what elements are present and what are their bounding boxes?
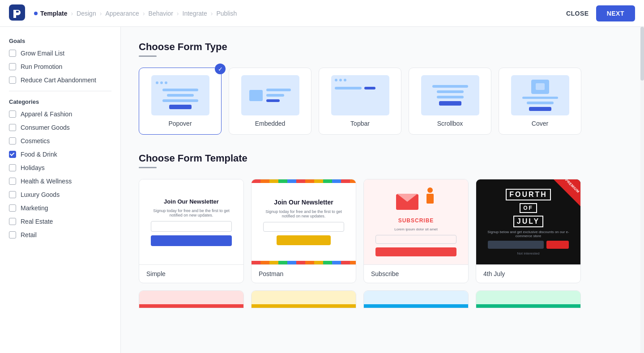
step-publish[interactable]: Publish bbox=[216, 10, 237, 17]
food-drink-checkbox[interactable] bbox=[9, 151, 16, 158]
close-button[interactable]: CLOSE bbox=[566, 10, 589, 17]
sidebar: Goals Grow Email List Run Promotion Redu… bbox=[0, 27, 121, 353]
july-input-row bbox=[488, 241, 569, 249]
luxury-goods-label: Luxury Goods bbox=[21, 191, 60, 198]
subscribe-label: Subscribe bbox=[364, 264, 468, 283]
partial-preview-1 bbox=[139, 291, 243, 304]
form-type-topbar[interactable]: Topbar bbox=[319, 68, 401, 135]
sidebar-item-grow-email[interactable]: Grow Email List bbox=[9, 50, 111, 57]
sidebar-item-cosmetics[interactable]: Cosmetics bbox=[9, 137, 111, 145]
sidebar-item-consumer-goods[interactable]: Consumer Goods bbox=[9, 124, 111, 131]
sidebar-item-run-promotion[interactable]: Run Promotion bbox=[9, 63, 111, 70]
sidebar-divider bbox=[9, 91, 111, 91]
dot-t2 bbox=[339, 79, 342, 81]
topbar-bar bbox=[335, 87, 386, 89]
sidebar-item-luxury-goods[interactable]: Luxury Goods bbox=[9, 191, 111, 198]
step-appearance-label: Appearance bbox=[105, 10, 139, 17]
form-template-section: Choose Form Template Join Our Newsletter… bbox=[139, 153, 623, 308]
partial-card-3[interactable] bbox=[363, 290, 469, 308]
sidebar-item-retail[interactable]: Retail bbox=[9, 231, 111, 238]
partial-card-2[interactable] bbox=[251, 290, 356, 308]
chevron-3: › bbox=[143, 10, 145, 17]
sidebar-item-real-estate[interactable]: Real Estate bbox=[9, 218, 111, 225]
simple-content: Join Our Newsletter Signup today for fre… bbox=[139, 179, 243, 264]
subscribe-preview: SUBSCRIBE Lorem ipsum dolor sit amet bbox=[364, 179, 468, 264]
preview-btn bbox=[169, 105, 192, 109]
postman-content: Join Our Newsletter Signup today for fre… bbox=[252, 179, 356, 264]
sidebar-item-health-wellness[interactable]: Health & Wellness bbox=[9, 178, 111, 185]
simple-preview: Join Our Newsletter Signup today for fre… bbox=[139, 179, 243, 264]
partial-card-4[interactable] bbox=[476, 290, 581, 308]
marketing-checkbox[interactable] bbox=[9, 204, 16, 212]
real-estate-label: Real Estate bbox=[21, 218, 53, 225]
cosmetics-label: Cosmetics bbox=[21, 137, 50, 145]
step-design[interactable]: Design bbox=[77, 10, 96, 17]
sidebar-item-apparel[interactable]: Apparel & Fashion bbox=[9, 111, 111, 118]
sidebar-item-holidays[interactable]: Holidays bbox=[9, 164, 111, 171]
partial-bar-2 bbox=[252, 304, 356, 308]
step-integrate[interactable]: Integrate bbox=[183, 10, 207, 17]
subscribe-text: Lorem ipsum dolor sit amet bbox=[394, 227, 437, 231]
preview-line1 bbox=[162, 89, 198, 91]
july-line2: OF bbox=[520, 203, 537, 213]
retail-checkbox[interactable] bbox=[9, 231, 16, 238]
luxury-goods-checkbox[interactable] bbox=[9, 191, 16, 198]
step-design-label: Design bbox=[77, 10, 96, 17]
topbar-dots bbox=[335, 79, 346, 81]
sidebar-item-marketing[interactable]: Marketing bbox=[9, 204, 111, 212]
cover-img bbox=[531, 80, 549, 94]
subscribe-input bbox=[375, 235, 456, 244]
next-button[interactable]: NEXT bbox=[596, 5, 635, 21]
embedded-line1 bbox=[266, 89, 291, 91]
sidebar-item-food-drink[interactable]: Food & Drink bbox=[9, 151, 111, 158]
form-type-embedded[interactable]: Embedded bbox=[229, 68, 311, 135]
scrollbox-line3 bbox=[437, 96, 464, 98]
form-type-cover[interactable]: Cover bbox=[499, 68, 581, 135]
partial-bar-3 bbox=[364, 304, 468, 308]
chevron-4: › bbox=[177, 10, 179, 17]
sidebar-item-reduce-cart[interactable]: Reduce Cart Abandonment bbox=[9, 77, 111, 84]
step-publish-label: Publish bbox=[216, 10, 237, 17]
july-line1: FOURTH bbox=[506, 189, 551, 200]
preview-line3 bbox=[162, 99, 198, 102]
form-type-scrollbox[interactable]: Scrollbox bbox=[409, 68, 491, 135]
apparel-checkbox[interactable] bbox=[9, 111, 16, 118]
scrollbar-thumb[interactable] bbox=[640, 27, 644, 81]
chevron-5: › bbox=[211, 10, 213, 17]
partial-preview-3 bbox=[364, 291, 468, 304]
step-template[interactable]: Template bbox=[34, 10, 67, 17]
template-simple[interactable]: Join Our Newsletter Signup today for fre… bbox=[139, 179, 244, 283]
postman-btn bbox=[277, 235, 331, 245]
template-subscribe[interactable]: SUBSCRIBE Lorem ipsum dolor sit amet Sub… bbox=[363, 179, 469, 283]
subscribe-btn bbox=[375, 247, 456, 256]
embedded-right bbox=[266, 89, 291, 102]
form-type-popover[interactable]: ✓ Popover bbox=[139, 68, 222, 135]
embedded-preview bbox=[241, 75, 299, 115]
retail-label: Retail bbox=[21, 231, 37, 238]
step-appearance[interactable]: Appearance bbox=[105, 10, 139, 17]
step-behavior-label: Behavior bbox=[149, 10, 173, 17]
form-type-title: Choose Form Type bbox=[139, 41, 623, 53]
partial-card-1[interactable] bbox=[139, 290, 244, 308]
step-dot-template bbox=[34, 12, 38, 15]
postman-inner: Join Our Newsletter Signup today for fre… bbox=[259, 187, 349, 257]
grow-email-checkbox[interactable] bbox=[9, 50, 16, 57]
dot-t3 bbox=[344, 79, 346, 81]
template-4th-july[interactable]: PREMIUM FOURTH OF JULY Signup below and … bbox=[476, 179, 581, 283]
holidays-checkbox[interactable] bbox=[9, 164, 16, 171]
health-wellness-checkbox[interactable] bbox=[9, 178, 16, 185]
real-estate-checkbox[interactable] bbox=[9, 218, 16, 225]
main-layout: Goals Grow Email List Run Promotion Redu… bbox=[0, 27, 644, 353]
step-behavior[interactable]: Behavior bbox=[149, 10, 173, 17]
cosmetics-checkbox[interactable] bbox=[9, 137, 16, 145]
nav-steps: Template › Design › Appearance › Behavio… bbox=[34, 10, 566, 17]
postman-preview: Join Our Newsletter Signup today for fre… bbox=[252, 179, 356, 264]
consumer-goods-checkbox[interactable] bbox=[9, 124, 16, 131]
reduce-cart-checkbox[interactable] bbox=[9, 77, 16, 84]
food-drink-label: Food & Drink bbox=[21, 151, 57, 158]
scrollbar-track[interactable] bbox=[640, 27, 644, 353]
template-postman[interactable]: Join Our Newsletter Signup today for fre… bbox=[251, 179, 356, 283]
run-promotion-checkbox[interactable] bbox=[9, 63, 16, 70]
postman-title: Join Our Newsletter bbox=[274, 199, 333, 206]
main-content: Choose Form Type ✓ bbox=[121, 27, 640, 353]
